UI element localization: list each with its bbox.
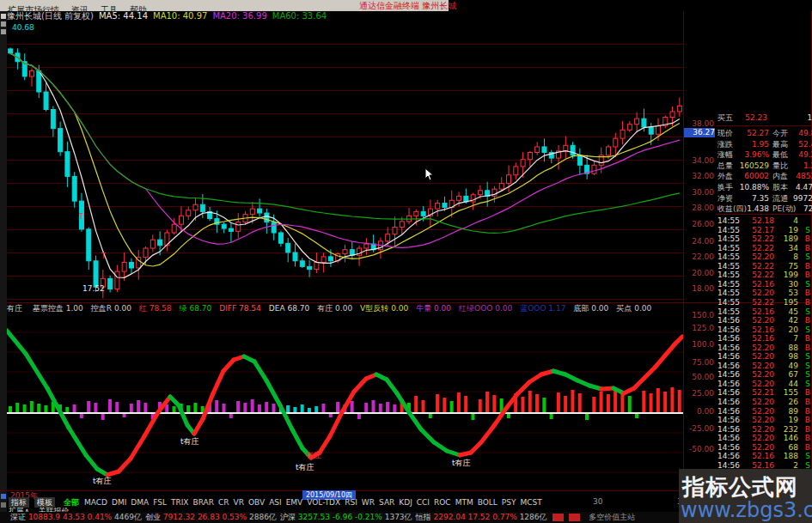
tick-side: B xyxy=(802,334,810,344)
status-badge[interactable] xyxy=(553,514,564,521)
indicator-annotation: t有庄 xyxy=(296,464,314,471)
bid-price: 52.23 xyxy=(736,113,767,124)
tick-price: 52.20 xyxy=(740,344,774,353)
ma-label-0: MA5: 44.14 xyxy=(99,11,148,21)
tick-vol: 199 xyxy=(778,271,798,280)
index-amount: 2886亿 xyxy=(249,513,277,521)
index-amount: 4469亿 xyxy=(114,513,142,521)
tick-price: 52.22 xyxy=(740,298,774,307)
tick-row[interactable]: 14:5652.2089B xyxy=(716,407,812,417)
indicator-field: 底部 0.00 xyxy=(573,304,608,313)
tab-mtm[interactable]: MTM xyxy=(455,497,473,508)
panel-icon[interactable] xyxy=(1,14,6,19)
tick-side: S xyxy=(802,352,810,362)
tab-boll[interactable]: BOLL xyxy=(478,497,498,508)
panel-icon[interactable] xyxy=(1,29,6,34)
tick-time: 14:56 xyxy=(717,380,740,389)
quote-value: 49.26 xyxy=(791,149,812,161)
tick-price: 52.20 xyxy=(740,352,774,362)
tick-vol: 4 xyxy=(778,216,798,226)
tick-price: 52.22 xyxy=(740,271,774,280)
chart-t-mark: T xyxy=(79,213,83,221)
index-quote: 深证 10883.9 43.53 0.41% 4469亿 xyxy=(10,512,142,523)
tick-row[interactable]: 14:5652.2098S xyxy=(716,352,812,362)
tick-row[interactable]: 14:5652.2026B xyxy=(716,398,812,407)
tick-side: S xyxy=(802,307,810,317)
index-name: 恒指 xyxy=(416,513,434,521)
tick-price: 52.20 xyxy=(740,316,774,325)
tick-time: 14:56 xyxy=(717,352,740,362)
watermark-box: 指标公式网 www.zbgs3.com xyxy=(679,469,812,523)
watermark-url: www.zbgs3.com xyxy=(681,498,812,522)
index-value: 7912.32 26.83 0.53% xyxy=(163,513,249,521)
tick-time: 14:56 xyxy=(717,398,740,407)
tick-row[interactable]: 14:5652.2049S xyxy=(716,362,812,371)
tick-row[interactable]: 14:5552.2275B xyxy=(716,262,812,271)
indicator-annotation: 有庄 xyxy=(306,452,321,459)
tick-row[interactable]: 14:5652.2088B xyxy=(716,344,812,353)
quote-value: 160529 xyxy=(733,161,769,172)
tab-roc[interactable]: ROC xyxy=(434,497,451,508)
tick-row[interactable]: 14:5552.1630S xyxy=(716,280,812,289)
tick-row[interactable]: 14:5652.1620S xyxy=(716,325,812,335)
axis-label: 125.0 xyxy=(683,324,714,332)
tick-row[interactable]: 14:5652.20146B xyxy=(716,434,812,443)
tab-mcst[interactable]: MCST xyxy=(520,497,541,508)
tick-price: 52.16 xyxy=(740,334,774,344)
candlestick-chart[interactable] xyxy=(7,21,683,303)
tick-row[interactable]: 14:5652.2044S xyxy=(716,380,812,389)
tick-row[interactable]: 14:5652.167B xyxy=(716,334,812,344)
tick-row[interactable]: 14:5552.1719S xyxy=(716,226,812,235)
tick-row[interactable]: 14:5652.16188S xyxy=(716,452,812,461)
tick-time: 14:56 xyxy=(717,388,740,398)
quote-label: 最低 xyxy=(772,149,788,161)
tick-row[interactable]: 14:5652.2042B xyxy=(716,316,812,325)
tick-vol: 188 xyxy=(778,452,798,461)
tab-psy[interactable]: PSY xyxy=(502,497,516,508)
axis-label: 30.00 xyxy=(683,188,714,197)
axis-label: 32.00 xyxy=(683,172,714,180)
tick-row[interactable]: 14:5552.1645S xyxy=(716,307,812,317)
tick-row[interactable]: 14:5652.20232B xyxy=(716,425,812,435)
tick-row[interactable]: 14:5552.184 xyxy=(716,216,812,226)
tick-vol: 49 xyxy=(778,362,798,371)
indicator-chart[interactable] xyxy=(7,316,683,488)
tick-row[interactable]: 14:5652.2068B xyxy=(716,443,812,453)
tick-row[interactable]: 14:5552.22199B xyxy=(716,271,812,280)
tick-row[interactable]: 14:5552.22195B xyxy=(716,298,812,307)
axis-label: -25.00 xyxy=(683,424,714,433)
tick-row[interactable]: 14:5652.2019B xyxy=(716,416,812,425)
tick-price: 52.22 xyxy=(740,244,774,253)
axis-label: 50.00 xyxy=(683,373,714,381)
quote-label: 涨跌 xyxy=(717,139,733,150)
tick-vol: 19 xyxy=(778,416,798,425)
status-badge[interactable] xyxy=(569,514,580,521)
tick-vol: 42 xyxy=(778,316,798,325)
tab-cci[interactable]: CCI xyxy=(417,497,430,508)
panel-icon[interactable] xyxy=(1,21,6,27)
tick-row[interactable]: 14:5652.21155B xyxy=(716,388,812,398)
index-name: 创业 xyxy=(145,513,163,521)
tick-time: 14:56 xyxy=(717,362,740,371)
period-tick: 30 xyxy=(593,497,602,507)
tick-row[interactable]: 14:5552.22189B xyxy=(716,234,812,244)
mouse-cursor-icon xyxy=(424,167,435,181)
tick-row[interactable]: 14:5652.2067S xyxy=(716,370,812,380)
sidebar-divider xyxy=(716,214,812,215)
axis-label: 26.00 xyxy=(683,220,714,228)
index-quote: 恒指 2292.04 17.52 0.77% 1286亿 xyxy=(416,512,547,523)
tick-row[interactable]: 14:5552.2234B xyxy=(716,244,812,253)
tab-wr[interactable]: WR xyxy=(362,497,375,508)
tab-kdj[interactable]: KDJ xyxy=(399,497,412,508)
tick-time: 14:56 xyxy=(717,344,740,353)
panel-icon[interactable] xyxy=(1,502,6,508)
tick-price: 52.20 xyxy=(740,289,774,298)
chart-header: 豫州长城(日线 前复权)MA5: 44.14MA10: 40.97MA20: 3… xyxy=(7,11,683,21)
tick-time: 14:56 xyxy=(717,443,740,453)
tick-time: 14:55 xyxy=(717,216,740,226)
tick-row[interactable]: 14:5552.2053B xyxy=(716,289,812,298)
tick-side: S xyxy=(802,370,810,380)
tick-row[interactable]: 14:5552.208S xyxy=(716,252,812,262)
tab-sar[interactable]: SAR xyxy=(379,497,394,508)
sidebar-divider xyxy=(716,125,812,126)
